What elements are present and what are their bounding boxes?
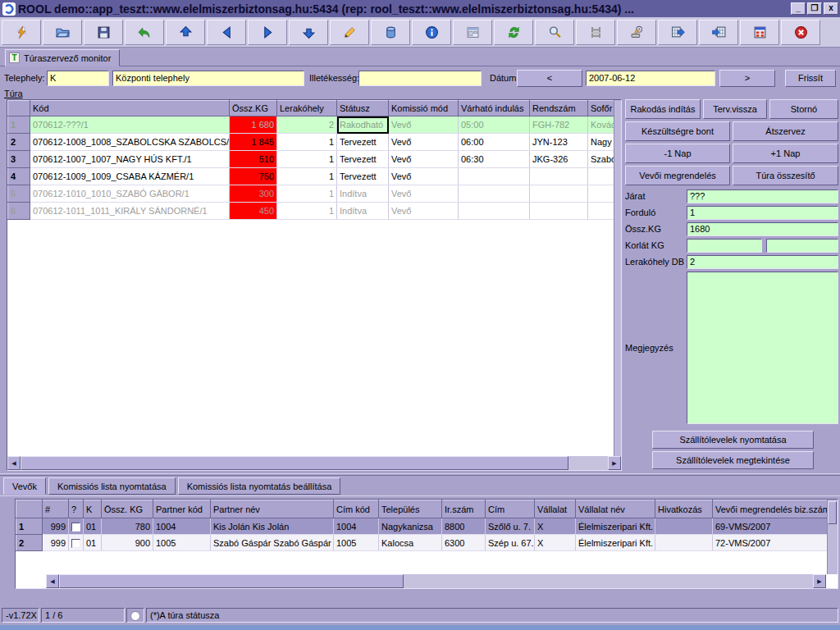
form-window-icon[interactable] [453, 20, 492, 45]
tura-cell-lerako[interactable]: 1 [277, 203, 337, 220]
korlat-kg-field-1[interactable] [687, 239, 762, 253]
minimize-button[interactable]: _ [791, 2, 806, 15]
vevok-cell[interactable]: 900 [102, 535, 153, 551]
tura-cell-sofor[interactable] [588, 168, 614, 185]
vevok-column-header[interactable]: Vevői megrendelés biz.szám [713, 500, 829, 518]
scroll-right-icon[interactable]: ▶ [608, 456, 621, 470]
vevok-cell[interactable]: 69-VMS/2007 [713, 518, 829, 535]
connect-icon[interactable] [2, 20, 41, 45]
tura-cell-statusz[interactable]: Tervezett [337, 151, 389, 168]
tura-cell-lerako[interactable]: 1 [277, 134, 337, 151]
edit-icon[interactable] [330, 20, 369, 45]
fordulo-field[interactable]: 1 [687, 206, 838, 220]
import-grid-icon[interactable] [699, 20, 738, 45]
minus-one-day-button[interactable]: -1 Nap [625, 144, 730, 163]
korlat-kg-field-2[interactable] [766, 239, 838, 253]
tab-vevok[interactable]: Vevők [3, 477, 46, 495]
scroll-left-icon[interactable]: ◀ [46, 574, 59, 588]
scrollbar-thumb[interactable] [21, 456, 568, 470]
vevok-column-header[interactable]: Ir.szám [442, 500, 486, 518]
terv-vissza-button[interactable]: Terv.vissza [703, 99, 767, 119]
vevok-column-header[interactable]: Partner kód [153, 500, 211, 518]
undo-icon[interactable] [125, 20, 164, 45]
telephely-name-input[interactable]: Központi telephely [112, 71, 304, 86]
horizontal-scrollbar[interactable]: ◀ ▶ [7, 456, 621, 470]
illetekesseg-dropdown[interactable] [358, 71, 482, 86]
row-checkbox[interactable] [71, 523, 80, 532]
tura-cell-indulas[interactable] [459, 203, 530, 220]
tura-cell-kg[interactable]: 750 [230, 168, 277, 185]
vevok-row[interactable]: 1999017801004Kis Jolán Kis Jolán1004Nagy… [16, 518, 838, 535]
tura-cell-kg[interactable]: 1 680 [230, 116, 277, 134]
close-button[interactable]: x [824, 2, 838, 15]
tura-cell-kg[interactable]: 300 [230, 185, 277, 203]
tura-cell-rendszam[interactable] [530, 203, 588, 220]
vevok-cell[interactable]: Élelmiszeripari Kft. [576, 518, 655, 535]
layout-grid-icon[interactable] [740, 20, 779, 45]
vevok-cell[interactable]: Nagykanizsa [379, 518, 442, 535]
scrollbar-thumb[interactable] [828, 501, 837, 524]
tura-cell-statusz[interactable]: Rakodható [337, 116, 389, 134]
tura-column-header[interactable]: Státusz [337, 101, 389, 116]
save-icon[interactable] [84, 20, 123, 45]
database-icon[interactable] [371, 20, 410, 45]
tura-osszesito-button[interactable]: Túra összesítő [733, 166, 838, 185]
tura-cell-kod[interactable]: 070612-1009_1009_CSABA KÁZMÉR/1 [30, 168, 230, 185]
tura-cell-statusz[interactable]: Indítva [337, 203, 389, 220]
vevok-cell-checkbox[interactable] [69, 518, 84, 535]
tura-cell-lerako[interactable]: 2 [277, 116, 337, 134]
keszultsegre-bont-button[interactable]: Készültségre bont [625, 121, 730, 141]
tura-row[interactable]: 5070612-1010_1010_SZABÓ GÁBOR/13001Indít… [8, 185, 614, 203]
tura-cell-kod[interactable]: 070612-1007_1007_NAGY HÚS KFT./1 [30, 151, 230, 168]
tura-cell-indulas[interactable] [459, 185, 530, 203]
vevok-column-header[interactable]: Hivatkozás [655, 500, 713, 518]
vevok-cell[interactable]: Élelmiszeripari Kft. [576, 535, 655, 551]
vevok-cell[interactable]: 8800 [442, 518, 486, 535]
tura-cell-sofor[interactable]: Kovács J [588, 116, 614, 134]
tura-cell-rowhdr[interactable]: 6 [8, 203, 30, 220]
search-icon[interactable] [535, 20, 574, 45]
tura-cell-lerako[interactable]: 1 [277, 185, 337, 203]
tura-cell-rendszam[interactable]: JKG-326 [530, 151, 588, 168]
tura-cell-komissio[interactable]: Vevő [389, 168, 459, 185]
tab-turaszervezo-monitor[interactable]: T Túraszervező monitor [5, 49, 120, 66]
tura-cell-kod[interactable]: 070612-???/1 [30, 116, 230, 134]
refresh-button[interactable]: Frissít [785, 70, 836, 87]
tura-cell-rendszam[interactable]: FGH-782 [530, 116, 588, 134]
vevok-cell[interactable]: 72-VMS/2007 [713, 535, 829, 551]
tura-cell-sofor[interactable]: Szabó Jó [588, 151, 614, 168]
export-grid-icon[interactable] [658, 20, 697, 45]
tura-row[interactable]: 1070612-???/11 6802RakodhatóVevő05:00FGH… [8, 116, 614, 134]
tura-column-header[interactable]: Össz.KG [230, 101, 277, 116]
vevoi-megrendeles-button[interactable]: Vevői megrendelés [625, 166, 730, 185]
vevok-column-header[interactable]: # [43, 500, 69, 518]
tura-cell-komissio[interactable]: Vevő [389, 203, 459, 220]
vevok-cell[interactable] [655, 535, 713, 551]
vevok-cell[interactable]: 1 [16, 518, 43, 535]
scrollbar-track[interactable] [568, 456, 608, 470]
tura-row[interactable]: 2070612-1008_1008_SZABOLCSKA SZABOLCS/11… [8, 134, 614, 151]
tura-cell-kod[interactable]: 070612-1011_1011_KIRÁLY SÁNDORNÉ/1 [30, 203, 230, 220]
scrollbar-thumb[interactable] [59, 574, 404, 588]
vevok-cell[interactable]: 999 [43, 535, 69, 551]
tura-cell-statusz[interactable]: Tervezett [337, 168, 389, 185]
vevok-column-header[interactable]: Település [379, 500, 442, 518]
storno-button[interactable]: Stornó [769, 99, 838, 119]
tura-row[interactable]: 3070612-1007_1007_NAGY HÚS KFT./15101Ter… [8, 151, 614, 168]
vevok-cell-checkbox[interactable] [69, 535, 84, 551]
tura-cell-rowhdr[interactable]: 5 [8, 185, 30, 203]
tura-cell-komissio[interactable]: Vevő [389, 116, 459, 134]
vevok-cell[interactable]: 1004 [153, 518, 211, 535]
last-record-icon[interactable] [289, 20, 328, 45]
rakodas-inditas-button[interactable]: Rakodás indítás [625, 99, 701, 119]
grid-rows-icon[interactable] [576, 20, 615, 45]
tura-column-header[interactable]: Rendszám [530, 101, 588, 116]
tura-cell-lerako[interactable]: 1 [277, 151, 337, 168]
tura-cell-sofor[interactable] [588, 203, 614, 220]
tab-komissios-lista-beallitasa[interactable]: Komissiós lista nyomtatás beállítása [178, 477, 341, 495]
restore-button[interactable]: ❐ [807, 2, 822, 15]
horizontal-scrollbar[interactable]: ◀ ▶ [46, 574, 826, 588]
vevok-cell[interactable]: Kis Jolán Kis Jolán [211, 518, 334, 535]
vevok-column-header[interactable]: Partner név [211, 500, 334, 518]
vertical-scrollbar[interactable] [614, 100, 621, 456]
